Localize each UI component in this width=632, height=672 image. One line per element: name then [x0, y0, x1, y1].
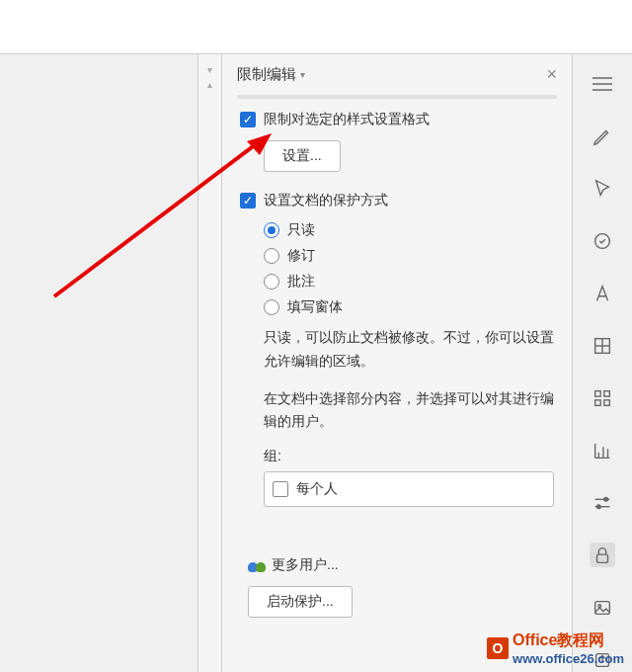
ruler-gutter: ▾ ▴: [198, 54, 222, 672]
limit-formatting-label: 限制对选定的样式设置格式: [264, 111, 430, 128]
right-toolbar: [573, 54, 632, 672]
svg-rect-15: [595, 601, 610, 614]
image-icon[interactable]: [590, 595, 615, 620]
start-protection-button[interactable]: 启动保护...: [248, 586, 353, 618]
select-users-description: 在文档中选择部分内容，并选择可以对其进行编辑的用户。: [264, 387, 554, 435]
sliders-icon[interactable]: [590, 490, 615, 515]
lock-icon[interactable]: [590, 543, 615, 567]
readonly-description: 只读，可以防止文档被修改。不过，你可以设置允许编辑的区域。: [264, 326, 554, 374]
svg-rect-9: [604, 400, 610, 406]
badge-icon[interactable]: [590, 229, 615, 254]
radio-readonly-label: 只读: [287, 221, 315, 239]
settings-button[interactable]: 设置...: [264, 140, 341, 172]
everyone-label: 每个人: [296, 480, 338, 498]
group-box: 每个人: [264, 471, 554, 507]
protection-mode-label: 设置文档的保护方式: [264, 192, 388, 210]
close-icon[interactable]: ×: [546, 64, 557, 85]
radio-comment-label: 批注: [287, 273, 315, 291]
restrict-editing-panel: 限制编辑▾ × ✓ 限制对选定的样式设置格式 设置... ✓ 设置文档的保护方式…: [222, 54, 573, 672]
more-users-label: 更多用户...: [272, 556, 339, 574]
limit-formatting-checkbox[interactable]: ✓: [240, 112, 256, 127]
group-label: 组:: [264, 448, 554, 465]
radio-revision[interactable]: [264, 248, 279, 264]
pencil-icon[interactable]: [590, 125, 615, 149]
cursor-icon[interactable]: [590, 177, 615, 202]
radio-form-label: 填写窗体: [287, 298, 343, 316]
svg-point-11: [604, 497, 608, 501]
grid-icon[interactable]: [590, 386, 615, 411]
office-logo-icon: O: [487, 637, 509, 659]
svg-rect-14: [597, 554, 608, 562]
menu-icon[interactable]: [590, 72, 615, 97]
svg-point-13: [597, 505, 601, 509]
more-users-link[interactable]: 更多用户...: [248, 556, 554, 574]
radio-revision-label: 修订: [287, 247, 315, 265]
panel-divider: [237, 95, 557, 99]
panel-title[interactable]: 限制编辑▾: [237, 65, 305, 84]
radio-readonly[interactable]: [264, 222, 279, 238]
radio-form[interactable]: [264, 299, 279, 315]
top-toolbar: [0, 0, 632, 54]
table-icon[interactable]: [590, 334, 615, 359]
protection-mode-checkbox[interactable]: ✓: [240, 193, 256, 209]
svg-rect-7: [604, 391, 610, 397]
chart-icon[interactable]: [590, 438, 615, 462]
watermark: O Office教程网 www.office26.com: [487, 630, 624, 666]
svg-rect-6: [595, 391, 601, 397]
svg-rect-8: [595, 400, 601, 406]
document-area: [0, 54, 198, 672]
radio-comment[interactable]: [264, 274, 279, 290]
users-icon: [248, 558, 266, 572]
text-icon[interactable]: [590, 282, 615, 306]
everyone-checkbox[interactable]: [273, 481, 288, 497]
